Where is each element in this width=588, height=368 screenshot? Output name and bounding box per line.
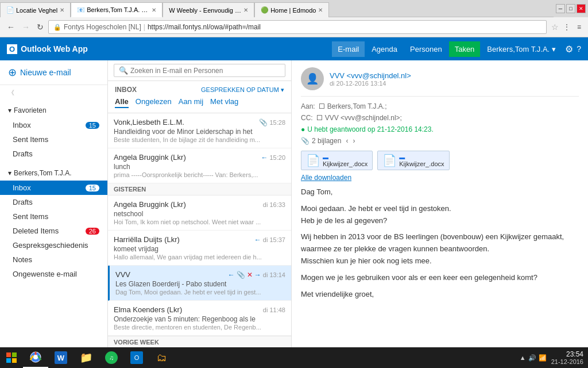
settings-gear-icon[interactable]: ⚙ <box>565 44 573 55</box>
dropdown-icon: ▾ <box>552 45 556 53</box>
email-body: Dag Tom, Mooi gedaan. Je hebt er veel ti… <box>301 186 579 300</box>
sidebar-item-deleted[interactable]: Deleted Items26 <box>0 224 107 238</box>
new-email-button[interactable]: ⊕ Nieuwe e-mail <box>0 60 107 85</box>
sidebar-item-fav-sent[interactable]: Sent Items <box>0 132 107 147</box>
address-prefix: Fontys Hogescholen [NL] <box>64 23 141 31</box>
settings-icon[interactable]: ≡ <box>575 22 583 32</box>
back-button[interactable]: ← <box>5 21 17 33</box>
delete-icon[interactable]: ✕ <box>247 271 253 279</box>
email-item[interactable]: Harriëlla Duijts (Lkr) ← di 15:37 komeet… <box>108 231 291 266</box>
avatar: 👤 <box>301 67 324 90</box>
download-all-link[interactable]: Alle downloaden <box>301 174 579 182</box>
attachment-icon: 📎 <box>259 118 268 126</box>
plus-icon: ⊕ <box>8 66 17 79</box>
recipients-to: Aan: ☐ Berkers,Tom T.J.A.; <box>301 102 579 110</box>
sidebar-item-drafts[interactable]: Drafts <box>0 195 107 209</box>
sidebar-item-inbox[interactable]: Inbox15 <box>0 181 107 195</box>
email-item-selected[interactable]: VVV ← 📎 ✕ → di 13:14 Les Glazen Boerderi… <box>108 266 291 301</box>
attachment-1[interactable]: 📄 ▬ Kijkwijzer_.docx <box>301 151 373 170</box>
filter-aan-mij[interactable]: Aan mij <box>179 97 203 108</box>
attachment-filename-2: Kijkwijzer_.docx <box>399 160 444 167</box>
taskbar-app-outlook[interactable]: O <box>124 347 149 368</box>
nav-taken-green[interactable]: Taken <box>449 41 481 57</box>
sender-name: VVV <vvv@schijndel.nl> <box>330 71 579 80</box>
sidebar-item-ongewenste[interactable]: Ongewenste e-mail <box>0 267 107 281</box>
close-button[interactable]: ✕ <box>577 4 586 13</box>
taskbar-time: 23:54 21-12-2016 <box>551 350 583 365</box>
reply-arrow-icon: ← <box>254 236 261 244</box>
docx-icon: 📄 <box>306 154 320 167</box>
sidebar-item-sent[interactable]: Sent Items <box>0 209 107 224</box>
nav-email[interactable]: E-mail <box>332 41 365 57</box>
star-icon[interactable]: ☆ <box>551 22 559 32</box>
refresh-button[interactable]: ↻ <box>34 21 46 33</box>
sidebar-item-fav-drafts[interactable]: Drafts <box>0 147 107 161</box>
collapse-button[interactable]: 《 <box>0 85 107 101</box>
inbox-label: INBOX <box>115 86 137 94</box>
taskbar-app-word[interactable]: W <box>48 347 74 368</box>
replied-notice: ● U hebt geantwoord op 21-12-2016 14:23. <box>301 125 579 133</box>
address-bar[interactable]: 🔒 Fontys Hogescholen [NL] | https://mail… <box>48 20 547 34</box>
sidebar-item-fav-inbox[interactable]: Inbox15 <box>0 118 107 132</box>
attachment-count: 📎 2 bijlagen <box>301 137 341 145</box>
favorites-header[interactable]: ▾ Favorieten <box>0 103 107 118</box>
attachment-filename-1: Kijkwijzer_.docx <box>323 160 368 167</box>
sort-button[interactable]: GESPREKKEN OP DATUM ▾ <box>201 86 284 94</box>
question-icon[interactable]: ? <box>577 44 581 53</box>
docx-icon-2: 📄 <box>382 154 397 167</box>
reply-arrow-icon: ← <box>261 154 268 162</box>
taskbar-system-icons: ▲ 🔊 📶 <box>520 354 547 362</box>
app-logo: O Outlook Web App <box>7 44 88 54</box>
browser-tab-tab3[interactable]: WWeebly - Eenvoudig web...✕ <box>163 2 254 17</box>
browser-tab-tab1[interactable]: 📄Locatie Veghel✕ <box>0 2 71 17</box>
account-header[interactable]: ▾ Berkers,Tom T.J.A. <box>0 166 107 181</box>
maximize-button[interactable]: □ <box>566 4 575 13</box>
minimize-button[interactable]: ─ <box>556 4 565 13</box>
email-item[interactable]: Angela Bruggink (Lkr) ← 15:20 lunch prim… <box>108 148 291 183</box>
attachment-icon: 📎 <box>237 271 245 279</box>
attach-next-icon[interactable]: › <box>353 137 355 145</box>
svg-rect-3 <box>12 358 17 363</box>
sender-date: di 20-12-2016 13:14 <box>330 80 579 87</box>
svg-rect-2 <box>6 358 11 363</box>
sidebar-item-gespreks[interactable]: Gespreksgeschiedenis <box>0 238 107 252</box>
browser-tab-tab4[interactable]: 🟢Home | Edmodo✕ <box>254 2 329 17</box>
attachment-2[interactable]: 📄 ▬ Kijkwijzer_.docx <box>377 151 449 170</box>
taskbar-app-folder[interactable]: 📁 <box>74 347 99 368</box>
arrow-down-icon: ▾ <box>8 106 11 114</box>
browser-tab-tab2[interactable]: 📧Berkers,Tom T.J.A. - Outl...✕ <box>71 2 163 17</box>
search-icon: 🔍 <box>119 66 128 75</box>
filter-alle[interactable]: Alle <box>115 97 129 108</box>
forward-button[interactable]: → <box>20 21 32 33</box>
separator: | <box>144 23 145 31</box>
email-item[interactable]: Angela Bruggink (Lkr) di 16:33 netschool… <box>108 195 291 231</box>
recipients-cc: CC: ☐ VVV <vvv@schijndel.nl>; <box>301 114 579 122</box>
nav-personen[interactable]: Personen <box>404 41 448 57</box>
address-text: https://mail.fontys.nl/owa/#path=/mail <box>148 23 541 31</box>
svg-point-5 <box>33 355 38 359</box>
start-button[interactable] <box>0 347 23 368</box>
reply-arrow-icon: ← <box>228 271 235 279</box>
email-item[interactable]: Vonk,Liesbeth E.L.M. 📎 15:28 Handleiding… <box>108 113 291 148</box>
svg-rect-0 <box>6 352 11 357</box>
filter-met-vlag[interactable]: Met vlag <box>210 97 238 108</box>
week-divider: VORIGE WEEK <box>108 336 291 348</box>
filter-ongelezen[interactable]: Ongelezen <box>136 97 172 108</box>
user-info[interactable]: Berkers,Tom T.J.A. ▾ <box>481 45 562 53</box>
taskbar-app-spotify[interactable]: ♫ <box>99 347 124 368</box>
arrow-down-icon: ▾ <box>8 169 11 177</box>
forward-icon[interactable]: → <box>254 271 261 279</box>
email-item[interactable]: Elma Koenders (Lkr) di 11:48 Onderzoekje… <box>108 301 291 336</box>
extensions-icon[interactable]: ⋮ <box>561 22 572 32</box>
attach-prev-icon[interactable]: ‹ <box>346 137 348 145</box>
taskbar-app-explorer[interactable]: 🗂 <box>149 347 175 368</box>
search-input[interactable] <box>130 67 280 75</box>
sidebar-item-notes[interactable]: Notes <box>0 252 107 267</box>
nav-agenda[interactable]: Agenda <box>366 41 403 57</box>
search-input-wrap[interactable]: 🔍 <box>114 64 285 77</box>
date-divider: GISTEREN <box>108 183 291 195</box>
lock-icon: 🔒 <box>53 24 61 31</box>
svg-rect-1 <box>12 352 17 357</box>
taskbar-app-chrome[interactable] <box>23 347 48 368</box>
